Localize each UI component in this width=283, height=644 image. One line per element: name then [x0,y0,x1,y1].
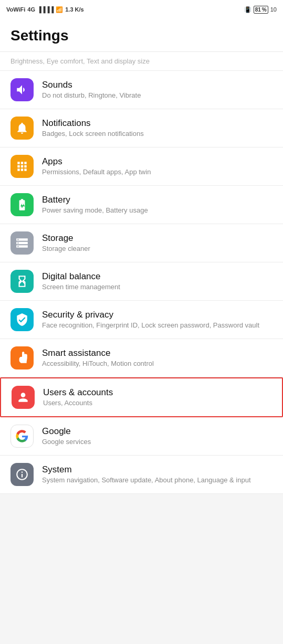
storage-icon [15,236,29,250]
digital-balance-text: Digital balance Screen time management [42,271,272,292]
storage-text: Storage Storage cleaner [42,233,272,254]
storage-title: Storage [42,233,272,244]
battery-icon-wrap [11,193,34,216]
notifications-icon-wrap [11,117,34,140]
hourglass-icon [15,275,29,288]
battery-charging-icon [15,198,29,212]
vibrate-icon: 📳 [244,6,251,13]
settings-item-security-privacy[interactable]: Security & privacy Face recognition, Fin… [0,301,283,339]
settings-item-google[interactable]: Google Google services [0,417,283,456]
notifications-subtitle: Badges, Lock screen notifications [42,130,272,139]
apps-title: Apps [42,156,272,167]
person-icon [16,390,30,404]
settings-item-sounds[interactable]: Sounds Do not disturb, Ringtone, Vibrate [0,71,283,109]
status-left: VoWiFi 4G ▐▐▐▐ 📶 1.3 K/s [6,6,84,13]
speed-label: 1.3 K/s [65,6,83,13]
settings-item-battery[interactable]: Battery Power saving mode, Battery usage [0,186,283,224]
users-accounts-title: Users & accounts [43,387,271,398]
settings-item-storage[interactable]: Storage Storage cleaner [0,224,283,262]
google-icon-wrap [11,425,34,448]
google-subtitle: Google services [42,438,272,447]
status-bar: VoWiFi 4G ▐▐▐▐ 📶 1.3 K/s 📳 81% 10 [0,0,283,19]
hand-icon [15,351,29,365]
smart-assistance-icon-wrap [11,346,34,369]
status-right: 📳 81% 10 [244,6,277,14]
apps-subtitle: Permissions, Default apps, App twin [42,168,272,177]
google-title: Google [42,426,272,437]
security-icon-wrap [11,308,34,331]
users-accounts-text: Users & accounts Users, Accounts [43,387,271,408]
settings-item-smart-assistance[interactable]: Smart assistance Accessibility, HiTouch,… [0,339,283,377]
truncated-display-row: Brightness, Eye comfort, Text and displa… [0,52,283,71]
signal-label: 4G [27,6,35,13]
settings-item-apps[interactable]: Apps Permissions, Default apps, App twin [0,147,283,186]
battery-level: 81 [255,7,261,13]
notifications-text: Notifications Badges, Lock screen notifi… [42,118,272,139]
settings-item-users-accounts[interactable]: Users & accounts Users, Accounts [0,377,283,417]
shield-check-icon [15,313,29,326]
wifi-icon: 📶 [56,6,63,13]
sounds-title: Sounds [42,80,272,90]
battery-title: Battery [42,195,272,205]
signal-bars-icon: ▐▐▐▐ [37,6,54,13]
google-icon [15,429,29,444]
digital-balance-title: Digital balance [42,271,272,282]
system-subtitle: System navigation, Software update, Abou… [42,476,272,485]
smart-assistance-title: Smart assistance [42,348,272,358]
system-icon-wrap [11,463,34,486]
security-subtitle: Face recognition, Fingerprint ID, Lock s… [42,321,272,330]
notifications-title: Notifications [42,118,272,129]
system-title: System [42,464,272,475]
sounds-icon-wrap [11,78,34,101]
page-title-bar: Settings [0,19,283,52]
security-text: Security & privacy Face recognition, Fin… [42,310,272,330]
digital-balance-subtitle: Screen time management [42,283,272,292]
battery-subtitle: Power saving mode, Battery usage [42,206,272,215]
settings-list: Sounds Do not disturb, Ringtone, Vibrate… [0,71,283,494]
digital-balance-icon-wrap [11,270,34,293]
apps-icon-wrap [11,155,34,178]
smart-assistance-text: Smart assistance Accessibility, HiTouch,… [42,348,272,368]
settings-item-system[interactable]: System System navigation, Software updat… [0,456,283,494]
info-icon [15,468,29,481]
settings-item-digital-balance[interactable]: Digital balance Screen time management [0,262,283,301]
users-accounts-icon-wrap [12,386,35,409]
users-accounts-subtitle: Users, Accounts [43,399,271,408]
system-text: System System navigation, Software updat… [42,464,272,485]
apps-icon [15,160,29,173]
battery-indicator: 81% [254,6,268,14]
sounds-subtitle: Do not disturb, Ringtone, Vibrate [42,91,272,100]
storage-subtitle: Storage cleaner [42,245,272,254]
settings-item-notifications[interactable]: Notifications Badges, Lock screen notifi… [0,109,283,147]
battery-text: Battery Power saving mode, Battery usage [42,195,272,215]
sounds-text: Sounds Do not disturb, Ringtone, Vibrate [42,80,272,100]
vowifi-label: VoWiFi [6,6,25,13]
volume-icon [15,83,29,97]
smart-assistance-subtitle: Accessibility, HiTouch, Motion control [42,360,272,368]
page-title: Settings [11,27,68,44]
bell-icon [15,121,29,135]
google-text: Google Google services [42,426,272,447]
security-title: Security & privacy [42,310,272,320]
storage-icon-wrap [11,231,34,255]
apps-text: Apps Permissions, Default apps, App twin [42,156,272,177]
battery-extra: 10 [270,6,277,13]
